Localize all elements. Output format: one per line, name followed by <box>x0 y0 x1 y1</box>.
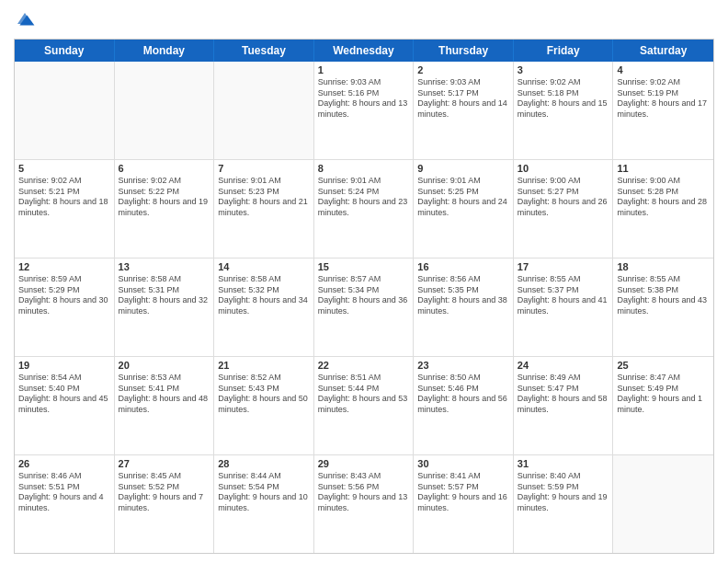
calendar-cell: 11Sunrise: 9:00 AM Sunset: 5:28 PM Dayli… <box>613 160 713 258</box>
cell-info: Sunrise: 9:03 AM Sunset: 5:17 PM Dayligh… <box>417 77 509 121</box>
calendar-cell: 19Sunrise: 8:54 AM Sunset: 5:40 PM Dayli… <box>15 357 115 454</box>
calendar-cell: 18Sunrise: 8:55 AM Sunset: 5:38 PM Dayli… <box>613 259 713 356</box>
logo-icon <box>14 9 36 31</box>
cell-info: Sunrise: 8:58 AM Sunset: 5:31 PM Dayligh… <box>119 274 210 317</box>
cell-info: Sunrise: 8:49 AM Sunset: 5:47 PM Dayligh… <box>518 373 609 416</box>
cell-info: Sunrise: 8:53 AM Sunset: 5:41 PM Dayligh… <box>119 373 210 416</box>
weekday-header: Tuesday <box>214 40 314 62</box>
cell-info: Sunrise: 9:03 AM Sunset: 5:16 PM Dayligh… <box>318 77 410 121</box>
cell-info: Sunrise: 9:00 AM Sunset: 5:28 PM Dayligh… <box>617 176 710 219</box>
cell-info: Sunrise: 8:46 AM Sunset: 5:51 PM Dayligh… <box>18 471 110 514</box>
weekday-header: Sunday <box>15 40 115 62</box>
calendar-cell: 26Sunrise: 8:46 AM Sunset: 5:51 PM Dayli… <box>15 455 115 553</box>
calendar-row: 1Sunrise: 9:03 AM Sunset: 5:16 PM Daylig… <box>15 62 713 160</box>
cell-info: Sunrise: 8:40 AM Sunset: 5:59 PM Dayligh… <box>518 471 609 514</box>
day-number: 1 <box>318 64 410 75</box>
cell-info: Sunrise: 8:51 AM Sunset: 5:44 PM Dayligh… <box>318 373 410 416</box>
calendar-cell <box>214 62 314 159</box>
cell-info: Sunrise: 8:59 AM Sunset: 5:29 PM Dayligh… <box>18 274 110 317</box>
day-number: 29 <box>318 458 410 469</box>
calendar-cell: 21Sunrise: 8:52 AM Sunset: 5:43 PM Dayli… <box>214 357 314 454</box>
day-number: 21 <box>218 360 310 371</box>
calendar-cell: 5Sunrise: 9:02 AM Sunset: 5:21 PM Daylig… <box>15 160 115 258</box>
cell-info: Sunrise: 9:02 AM Sunset: 5:19 PM Dayligh… <box>617 77 710 121</box>
cell-info: Sunrise: 8:45 AM Sunset: 5:52 PM Dayligh… <box>119 471 210 514</box>
calendar-cell: 27Sunrise: 8:45 AM Sunset: 5:52 PM Dayli… <box>115 455 215 553</box>
calendar-cell: 2Sunrise: 9:03 AM Sunset: 5:17 PM Daylig… <box>414 62 514 159</box>
cell-info: Sunrise: 8:55 AM Sunset: 5:37 PM Dayligh… <box>518 274 609 317</box>
day-number: 14 <box>218 261 310 272</box>
day-number: 7 <box>218 163 310 174</box>
calendar-cell: 25Sunrise: 8:47 AM Sunset: 5:49 PM Dayli… <box>613 357 713 454</box>
cell-info: Sunrise: 8:41 AM Sunset: 5:57 PM Dayligh… <box>417 471 509 514</box>
day-number: 19 <box>18 360 110 371</box>
day-number: 3 <box>518 64 609 75</box>
calendar-cell <box>115 62 215 159</box>
day-number: 20 <box>119 360 210 371</box>
cell-info: Sunrise: 8:47 AM Sunset: 5:49 PM Dayligh… <box>617 373 710 416</box>
cell-info: Sunrise: 8:44 AM Sunset: 5:54 PM Dayligh… <box>218 471 310 514</box>
day-number: 24 <box>518 360 609 371</box>
day-number: 26 <box>18 458 110 469</box>
cell-info: Sunrise: 9:01 AM Sunset: 5:25 PM Dayligh… <box>417 176 509 219</box>
day-number: 18 <box>617 261 710 272</box>
day-number: 9 <box>417 163 509 174</box>
cell-info: Sunrise: 8:57 AM Sunset: 5:34 PM Dayligh… <box>318 274 410 317</box>
day-number: 17 <box>518 261 609 272</box>
day-number: 31 <box>518 458 609 469</box>
day-number: 11 <box>617 163 710 174</box>
calendar-cell: 22Sunrise: 8:51 AM Sunset: 5:44 PM Dayli… <box>314 357 415 454</box>
calendar-cell <box>613 455 713 553</box>
page: SundayMondayTuesdayWednesdayThursdayFrid… <box>0 0 728 563</box>
day-number: 30 <box>417 458 509 469</box>
cell-info: Sunrise: 8:58 AM Sunset: 5:32 PM Dayligh… <box>218 274 310 317</box>
calendar-cell: 24Sunrise: 8:49 AM Sunset: 5:47 PM Dayli… <box>514 357 614 454</box>
day-number: 5 <box>18 163 110 174</box>
day-number: 10 <box>518 163 609 174</box>
calendar-cell: 3Sunrise: 9:02 AM Sunset: 5:18 PM Daylig… <box>514 62 614 159</box>
cell-info: Sunrise: 9:02 AM Sunset: 5:21 PM Dayligh… <box>18 176 110 219</box>
day-number: 15 <box>318 261 410 272</box>
cell-info: Sunrise: 8:52 AM Sunset: 5:43 PM Dayligh… <box>218 373 310 416</box>
calendar-cell: 30Sunrise: 8:41 AM Sunset: 5:57 PM Dayli… <box>414 455 514 553</box>
calendar-cell: 1Sunrise: 9:03 AM Sunset: 5:16 PM Daylig… <box>314 62 415 159</box>
weekday-header: Wednesday <box>314 40 415 62</box>
day-number: 23 <box>417 360 509 371</box>
calendar-cell <box>15 62 115 159</box>
calendar-header: SundayMondayTuesdayWednesdayThursdayFrid… <box>15 40 713 62</box>
calendar-cell: 14Sunrise: 8:58 AM Sunset: 5:32 PM Dayli… <box>214 259 314 356</box>
cell-info: Sunrise: 8:43 AM Sunset: 5:56 PM Dayligh… <box>318 471 410 514</box>
calendar-cell: 4Sunrise: 9:02 AM Sunset: 5:19 PM Daylig… <box>613 62 713 159</box>
calendar-cell: 29Sunrise: 8:43 AM Sunset: 5:56 PM Dayli… <box>314 455 415 553</box>
calendar-cell: 13Sunrise: 8:58 AM Sunset: 5:31 PM Dayli… <box>115 259 215 356</box>
cell-info: Sunrise: 8:50 AM Sunset: 5:46 PM Dayligh… <box>417 373 509 416</box>
weekday-header: Thursday <box>414 40 514 62</box>
day-number: 4 <box>617 64 710 75</box>
day-number: 27 <box>119 458 210 469</box>
calendar-cell: 10Sunrise: 9:00 AM Sunset: 5:27 PM Dayli… <box>514 160 614 258</box>
calendar-cell: 20Sunrise: 8:53 AM Sunset: 5:41 PM Dayli… <box>115 357 215 454</box>
cell-info: Sunrise: 9:01 AM Sunset: 5:23 PM Dayligh… <box>218 176 310 219</box>
day-number: 28 <box>218 458 310 469</box>
header <box>14 9 714 31</box>
cell-info: Sunrise: 8:56 AM Sunset: 5:35 PM Dayligh… <box>417 274 509 317</box>
calendar: SundayMondayTuesdayWednesdayThursdayFrid… <box>14 39 714 554</box>
day-number: 22 <box>318 360 410 371</box>
cell-info: Sunrise: 9:02 AM Sunset: 5:18 PM Dayligh… <box>518 77 609 121</box>
calendar-cell: 6Sunrise: 9:02 AM Sunset: 5:22 PM Daylig… <box>115 160 215 258</box>
calendar-body: 1Sunrise: 9:03 AM Sunset: 5:16 PM Daylig… <box>15 62 713 553</box>
day-number: 25 <box>617 360 710 371</box>
calendar-cell: 8Sunrise: 9:01 AM Sunset: 5:24 PM Daylig… <box>314 160 415 258</box>
calendar-row: 26Sunrise: 8:46 AM Sunset: 5:51 PM Dayli… <box>15 455 713 553</box>
calendar-row: 5Sunrise: 9:02 AM Sunset: 5:21 PM Daylig… <box>15 160 713 259</box>
calendar-row: 12Sunrise: 8:59 AM Sunset: 5:29 PM Dayli… <box>15 259 713 357</box>
logo <box>14 9 40 31</box>
day-number: 8 <box>318 163 410 174</box>
cell-info: Sunrise: 8:54 AM Sunset: 5:40 PM Dayligh… <box>18 373 110 416</box>
calendar-cell: 17Sunrise: 8:55 AM Sunset: 5:37 PM Dayli… <box>514 259 614 356</box>
cell-info: Sunrise: 9:00 AM Sunset: 5:27 PM Dayligh… <box>518 176 609 219</box>
calendar-cell: 31Sunrise: 8:40 AM Sunset: 5:59 PM Dayli… <box>514 455 614 553</box>
weekday-header: Monday <box>115 40 215 62</box>
day-number: 12 <box>18 261 110 272</box>
calendar-cell: 15Sunrise: 8:57 AM Sunset: 5:34 PM Dayli… <box>314 259 415 356</box>
